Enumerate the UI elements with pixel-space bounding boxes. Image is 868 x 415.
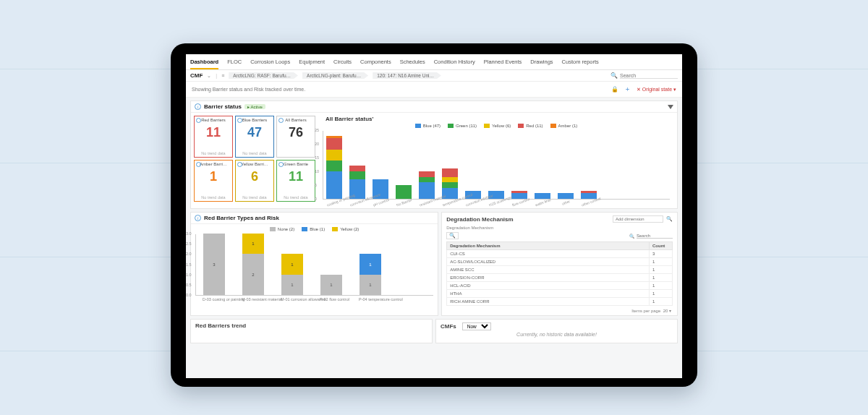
cell-count: 1 bbox=[650, 274, 673, 282]
barrier-card-blue[interactable]: Blue Barriers 47 No trend data bbox=[235, 116, 274, 158]
cell-count: 3 bbox=[650, 250, 673, 258]
legend-item[interactable]: Yellow (2) bbox=[332, 227, 359, 231]
info-icon bbox=[278, 118, 284, 123]
panel-title: Degradation Mechanism bbox=[446, 216, 513, 223]
bar[interactable] bbox=[419, 171, 435, 199]
search-icon[interactable]: 🔍 bbox=[666, 216, 673, 222]
card-title: Amber Barri… bbox=[200, 162, 227, 166]
info-icon bbox=[196, 162, 201, 167]
tab-schedules[interactable]: Schedules bbox=[400, 56, 425, 69]
chart-bars: 0.00.51.01.52.02.53.032111111 bbox=[195, 234, 433, 296]
info-icon[interactable]: i bbox=[195, 103, 201, 110]
legend-swatch bbox=[302, 227, 307, 231]
bar[interactable]: 1 bbox=[320, 275, 342, 295]
legend-swatch bbox=[332, 227, 338, 231]
table-search-input[interactable] bbox=[637, 234, 673, 239]
bar[interactable]: 21 bbox=[242, 234, 264, 295]
col-header[interactable]: Count bbox=[650, 242, 673, 250]
page-description: Showing Barrier status and Risk tracked … bbox=[192, 87, 305, 92]
card-title: All Barriers bbox=[285, 118, 306, 122]
barrier-card-red[interactable]: Red Barriers 11 No trend data bbox=[194, 116, 233, 158]
breadcrumb[interactable]: ArcticLNG: RASF: Barufu… bbox=[229, 72, 298, 79]
barrier-card-green[interactable]: Green Barrie 11 No trend data bbox=[276, 160, 315, 202]
search-input[interactable] bbox=[620, 73, 678, 79]
breadcrumb[interactable]: ArcticLNG-plant: Barufu… bbox=[302, 72, 368, 79]
tab-planned-events[interactable]: Planned Events bbox=[484, 56, 522, 69]
red-barriers-trend-panel: Red Barriers trend bbox=[190, 319, 433, 343]
search-icon[interactable]: 🔍 bbox=[610, 72, 618, 79]
x-label: D-03 coating or painting bbox=[203, 297, 224, 301]
info-icon bbox=[237, 162, 242, 167]
cell-count: 1 bbox=[650, 298, 673, 306]
chevron-down-icon[interactable]: ⌄ bbox=[207, 73, 211, 79]
table-row[interactable]: AMINE SCC1 bbox=[447, 266, 673, 274]
bar[interactable]: 11 bbox=[359, 254, 381, 295]
bar[interactable]: 3 bbox=[203, 234, 225, 295]
tab-components[interactable]: Components bbox=[360, 56, 391, 69]
chart-x-labels: D-03 coating or paintingM-03 resistant m… bbox=[195, 297, 433, 301]
legend-swatch bbox=[550, 124, 556, 128]
card-value: 11 bbox=[289, 169, 303, 184]
breadcrumb[interactable]: 120: 147: N16 Amine Uni… bbox=[373, 72, 441, 79]
x-label: M-01 corrosion allowance bbox=[281, 297, 302, 301]
card-value: 76 bbox=[289, 125, 303, 140]
legend-item[interactable]: Amber (1) bbox=[550, 124, 578, 128]
table-pager: Items per page 20 ▾ bbox=[442, 306, 677, 315]
x-label: P-02 flow control bbox=[320, 297, 341, 301]
status-badge: ▸ Active bbox=[244, 104, 265, 109]
cell-count: 1 bbox=[650, 266, 673, 274]
barrier-card-yellow[interactable]: Yellow Barri… 6 No trend data bbox=[235, 160, 274, 202]
pager-size[interactable]: 20 bbox=[663, 309, 668, 313]
table-row[interactable]: EROSION-CORR1 bbox=[447, 274, 673, 282]
tab-circuits[interactable]: Circuits bbox=[333, 56, 352, 69]
table-row[interactable]: HTHA1 bbox=[447, 290, 673, 298]
tab-drawings[interactable]: Drawings bbox=[530, 56, 553, 69]
tab-corrosion-loops[interactable]: Corrosion Loops bbox=[250, 56, 290, 69]
legend-item[interactable]: Red (11) bbox=[518, 124, 542, 128]
bar[interactable] bbox=[326, 136, 342, 199]
add-dimension-input[interactable] bbox=[613, 215, 663, 223]
cmfs-time-select[interactable]: Now bbox=[462, 322, 491, 330]
col-header[interactable]: Degradation Mechanism bbox=[447, 242, 650, 250]
tab-equipment[interactable]: Equipment bbox=[299, 56, 325, 69]
original-state-button[interactable]: ✕ Original state ▾ bbox=[637, 87, 676, 93]
tab-dashboard[interactable]: Dashboard bbox=[190, 56, 218, 69]
panel-title: Red Barrier Types and Risk bbox=[204, 215, 279, 221]
table-row[interactable]: AC-SLOW/LOCALIZED1 bbox=[447, 258, 673, 266]
cell-name: HCL-ACID bbox=[447, 282, 650, 290]
tab-condition-history[interactable]: Condition History bbox=[434, 56, 475, 69]
card-footer: No trend data bbox=[201, 151, 225, 155]
legend-item[interactable]: Green (11) bbox=[448, 124, 477, 128]
card-value: 6 bbox=[251, 169, 258, 184]
bar[interactable]: 11 bbox=[281, 254, 303, 295]
cell-count: 1 bbox=[650, 258, 673, 266]
tab-floc[interactable]: FLOC bbox=[227, 56, 242, 69]
barrier-card-all[interactable]: All Barriers 76 bbox=[276, 116, 315, 158]
add-icon[interactable]: ＋ bbox=[624, 85, 631, 94]
card-value: 1 bbox=[210, 169, 217, 184]
filter-icon[interactable] bbox=[668, 105, 673, 109]
legend-item[interactable]: Blue (47) bbox=[415, 124, 441, 128]
legend-item[interactable]: Yellow (6) bbox=[484, 124, 511, 128]
lock-icon[interactable]: 🔒 bbox=[611, 86, 618, 93]
list-icon[interactable]: ≡ bbox=[221, 73, 224, 78]
search-icon[interactable]: 🔍 bbox=[629, 234, 634, 239]
info-icon bbox=[278, 162, 284, 167]
table-row[interactable]: RICH AMINE CORR1 bbox=[447, 298, 673, 306]
panel-subtitle: Degradation Mechanism bbox=[442, 226, 677, 232]
card-value: 11 bbox=[206, 125, 221, 140]
table-row[interactable]: CUI-CS3 bbox=[447, 250, 673, 258]
degradation-table: Degradation Mechanism Count CUI-CS3AC-SL… bbox=[446, 241, 673, 306]
legend-swatch bbox=[270, 227, 276, 231]
table-row[interactable]: HCL-ACID1 bbox=[447, 282, 673, 290]
barrier-card-amber[interactable]: Amber Barri… 1 No trend data bbox=[194, 160, 233, 202]
legend-item[interactable]: Blue (1) bbox=[302, 227, 325, 231]
legend-item[interactable]: None (2) bbox=[270, 227, 294, 231]
info-icon[interactable]: i bbox=[195, 215, 201, 221]
bar[interactable] bbox=[396, 185, 412, 199]
legend-swatch bbox=[484, 124, 490, 128]
card-title: Red Barriers bbox=[201, 118, 226, 122]
zoom-icon[interactable]: 🔍 bbox=[446, 232, 459, 239]
all-barrier-chart: All Barrier status' Blue (47)Green (11)Y… bbox=[318, 116, 674, 205]
tab-custom-reports[interactable]: Custom reports bbox=[562, 56, 599, 69]
